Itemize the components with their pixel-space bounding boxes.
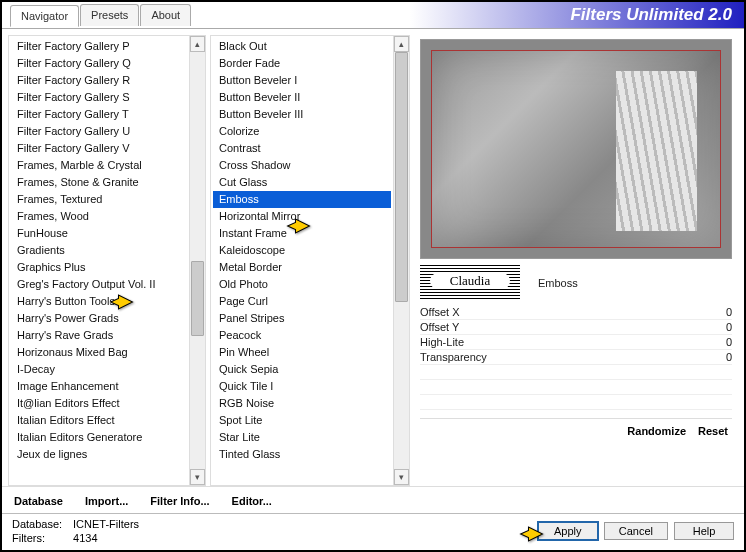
list-item[interactable]: Colorize bbox=[213, 123, 391, 140]
claudia-logo bbox=[420, 265, 520, 301]
list-item[interactable]: Button Beveler III bbox=[213, 106, 391, 123]
scroll-down-icon[interactable]: ▾ bbox=[190, 469, 205, 485]
list-item[interactable]: Frames, Marble & Crystal bbox=[11, 157, 187, 174]
list-item[interactable]: FunHouse bbox=[11, 225, 187, 242]
editor-link[interactable]: Editor... bbox=[232, 495, 272, 507]
list-item[interactable]: Pin Wheel bbox=[213, 344, 391, 361]
main-panel: Filter Factory Gallery PFilter Factory G… bbox=[2, 28, 744, 486]
category-list[interactable]: Filter Factory Gallery PFilter Factory G… bbox=[9, 36, 189, 485]
param-row[interactable]: Offset Y0 bbox=[420, 320, 732, 335]
list-item[interactable]: Italian Editors Generatore bbox=[11, 429, 187, 446]
list-item[interactable]: Filter Factory Gallery Q bbox=[11, 55, 187, 72]
list-item[interactable]: Italian Editors Effect bbox=[11, 412, 187, 429]
parameters-table: Offset X0Offset Y0High-Lite0Transparency… bbox=[420, 305, 732, 410]
list-item[interactable]: Contrast bbox=[213, 140, 391, 157]
list-item[interactable]: Image Enhancement bbox=[11, 378, 187, 395]
list-item[interactable]: Horizontal Mirror bbox=[213, 208, 391, 225]
list-item[interactable]: Instant Frame bbox=[213, 225, 391, 242]
selected-filter-label: Emboss bbox=[538, 277, 732, 289]
list-item[interactable]: It@lian Editors Effect bbox=[11, 395, 187, 412]
list-item[interactable]: Frames, Stone & Granite bbox=[11, 174, 187, 191]
right-actions: Randomize Reset bbox=[420, 418, 732, 441]
apply-button[interactable]: Apply bbox=[538, 522, 598, 540]
param-row[interactable]: Offset X0 bbox=[420, 305, 732, 320]
list-item[interactable]: Border Fade bbox=[213, 55, 391, 72]
list-item[interactable]: Old Photo bbox=[213, 276, 391, 293]
list-item[interactable]: Harry's Power Grads bbox=[11, 310, 187, 327]
param-row[interactable]: High-Lite0 bbox=[420, 335, 732, 350]
list-item[interactable]: Filter Factory Gallery U bbox=[11, 123, 187, 140]
list-item[interactable]: Quick Tile I bbox=[213, 378, 391, 395]
list-item[interactable]: Harry's Button Tools bbox=[11, 293, 187, 310]
reset-button[interactable]: Reset bbox=[698, 425, 728, 437]
list-item[interactable]: Panel Stripes bbox=[213, 310, 391, 327]
list-item[interactable]: Filter Factory Gallery T bbox=[11, 106, 187, 123]
app-title: Filters Unlimited 2.0 bbox=[570, 5, 736, 25]
list-item[interactable]: Filter Factory Gallery S bbox=[11, 89, 187, 106]
list-item[interactable]: Jeux de lignes bbox=[11, 446, 187, 463]
list-item[interactable]: Spot Lite bbox=[213, 412, 391, 429]
randomize-button[interactable]: Randomize bbox=[627, 425, 686, 437]
db-value: ICNET-Filters bbox=[73, 518, 139, 530]
list-item[interactable]: Harry's Rave Grads bbox=[11, 327, 187, 344]
list-item[interactable]: Star Lite bbox=[213, 429, 391, 446]
help-button[interactable]: Help bbox=[674, 522, 734, 540]
list-item[interactable]: Quick Sepia bbox=[213, 361, 391, 378]
list-item[interactable]: Button Beveler II bbox=[213, 89, 391, 106]
list-item[interactable]: Page Curl bbox=[213, 293, 391, 310]
param-row[interactable]: Transparency0 bbox=[420, 350, 732, 365]
list-item[interactable]: Cut Glass bbox=[213, 174, 391, 191]
list-item[interactable]: Gradients bbox=[11, 242, 187, 259]
tabs: Navigator Presets About bbox=[10, 4, 192, 26]
list-item[interactable]: Peacock bbox=[213, 327, 391, 344]
list-item[interactable]: RGB Noise bbox=[213, 395, 391, 412]
list-item[interactable]: Horizonaus Mixed Bag bbox=[11, 344, 187, 361]
filters-value: 4134 bbox=[73, 532, 97, 544]
scroll-down-icon[interactable]: ▾ bbox=[394, 469, 409, 485]
tab-presets[interactable]: Presets bbox=[80, 4, 139, 26]
cancel-button[interactable]: Cancel bbox=[604, 522, 668, 540]
filter-list[interactable]: Black OutBorder FadeButton Beveler IButt… bbox=[211, 36, 393, 485]
list-item[interactable]: Frames, Textured bbox=[11, 191, 187, 208]
mid-scrollbar[interactable]: ▴ ▾ bbox=[393, 36, 409, 485]
list-item[interactable]: Metal Border bbox=[213, 259, 391, 276]
titlebar: Navigator Presets About Filters Unlimite… bbox=[2, 2, 744, 28]
left-scrollbar[interactable]: ▴ ▾ bbox=[189, 36, 205, 485]
list-item[interactable]: Frames, Wood bbox=[11, 208, 187, 225]
list-item[interactable]: Filter Factory Gallery R bbox=[11, 72, 187, 89]
filter-info-link[interactable]: Filter Info... bbox=[150, 495, 209, 507]
scroll-up-icon[interactable]: ▴ bbox=[394, 36, 409, 52]
list-item[interactable]: I-Decay bbox=[11, 361, 187, 378]
import-link[interactable]: Import... bbox=[85, 495, 128, 507]
status-bar: Database: ICNET-Filters Filters: 4134 Ap… bbox=[2, 513, 744, 550]
preview-image bbox=[420, 39, 732, 259]
list-item[interactable]: Kaleidoscope bbox=[213, 242, 391, 259]
filters-label: Filters: bbox=[12, 532, 70, 544]
bottom-links: Database Import... Filter Info... Editor… bbox=[2, 486, 744, 513]
list-item[interactable]: Black Out bbox=[213, 38, 391, 55]
scroll-up-icon[interactable]: ▴ bbox=[190, 36, 205, 52]
list-item[interactable]: Filter Factory Gallery V bbox=[11, 140, 187, 157]
tab-about[interactable]: About bbox=[140, 4, 191, 26]
list-item[interactable]: Graphics Plus bbox=[11, 259, 187, 276]
db-label: Database: bbox=[12, 518, 70, 530]
list-item[interactable]: Filter Factory Gallery P bbox=[11, 38, 187, 55]
tab-navigator[interactable]: Navigator bbox=[10, 5, 79, 27]
list-item[interactable]: Tinted Glass bbox=[213, 446, 391, 463]
list-item[interactable]: Emboss bbox=[213, 191, 391, 208]
list-item[interactable]: Button Beveler I bbox=[213, 72, 391, 89]
list-item[interactable]: Cross Shadow bbox=[213, 157, 391, 174]
list-item[interactable]: Greg's Factory Output Vol. II bbox=[11, 276, 187, 293]
database-link[interactable]: Database bbox=[14, 495, 63, 507]
